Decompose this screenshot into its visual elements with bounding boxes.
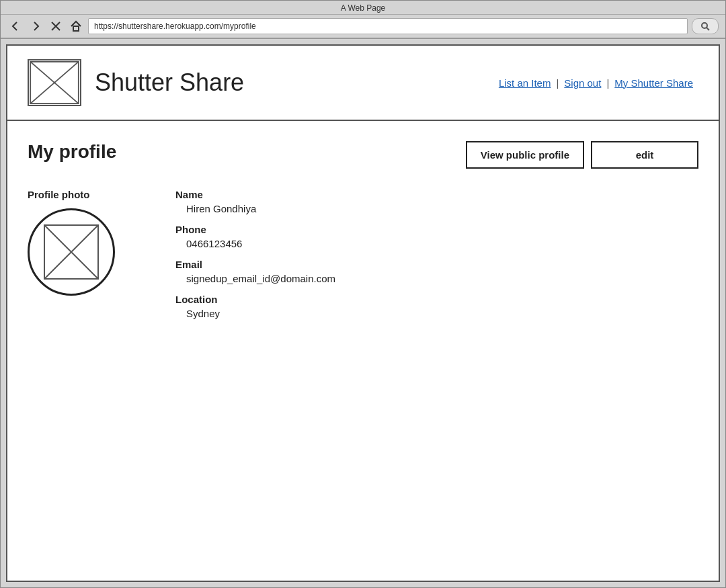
name-value: Hiren Gondhiya [175,203,335,214]
profile-actions: View public profile edit [466,141,698,169]
svg-line-4 [707,28,709,30]
page-title: My profile [28,141,116,163]
profile-photo-section: Profile photo [28,189,149,296]
home-button[interactable] [68,19,84,34]
phone-value: 0466123456 [175,238,335,249]
address-bar[interactable] [88,18,688,34]
view-public-profile-button[interactable]: View public profile [466,141,584,169]
browser-window: A Web Page [0,0,726,588]
name-label: Name [175,189,335,200]
profile-photo [28,208,115,296]
site-title: Shutter Share [95,69,493,97]
site-header: Shutter Share List an Item | Sign out | … [7,46,719,121]
profile-photo-label: Profile photo [28,189,90,200]
browser-toolbar [1,15,725,39]
stop-button[interactable] [48,19,64,34]
browser-title: A Web Page [341,3,386,13]
profile-info: Name Hiren Gondhiya Phone 0466123456 Ema… [175,189,335,319]
location-label: Location [175,294,335,305]
page-content: Shutter Share List an Item | Sign out | … [6,44,720,582]
edit-button[interactable]: edit [591,141,698,169]
email-label: Email [175,259,335,270]
site-logo [28,59,81,106]
forward-button[interactable] [28,19,44,34]
main-content: My profile View public profile edit Prof… [7,121,719,581]
email-value: signedup_email_id@domain.com [175,273,335,284]
location-value: Sydney [175,308,335,319]
svg-point-3 [702,23,707,28]
svg-rect-2 [73,26,79,31]
browser-titlebar: A Web Page [1,1,725,15]
list-item-link[interactable]: List an Item [493,77,557,89]
back-button[interactable] [7,19,24,34]
my-shutter-share-link[interactable]: My Shutter Share [609,77,698,89]
profile-header: My profile View public profile edit [28,141,698,169]
search-button[interactable] [692,18,719,34]
profile-body: Profile photo Name Hiren Gondhiya Phone [28,189,698,319]
header-nav: List an Item | Sign out | My Shutter Sha… [493,77,698,89]
phone-label: Phone [175,224,335,235]
sign-out-link[interactable]: Sign out [559,77,606,89]
